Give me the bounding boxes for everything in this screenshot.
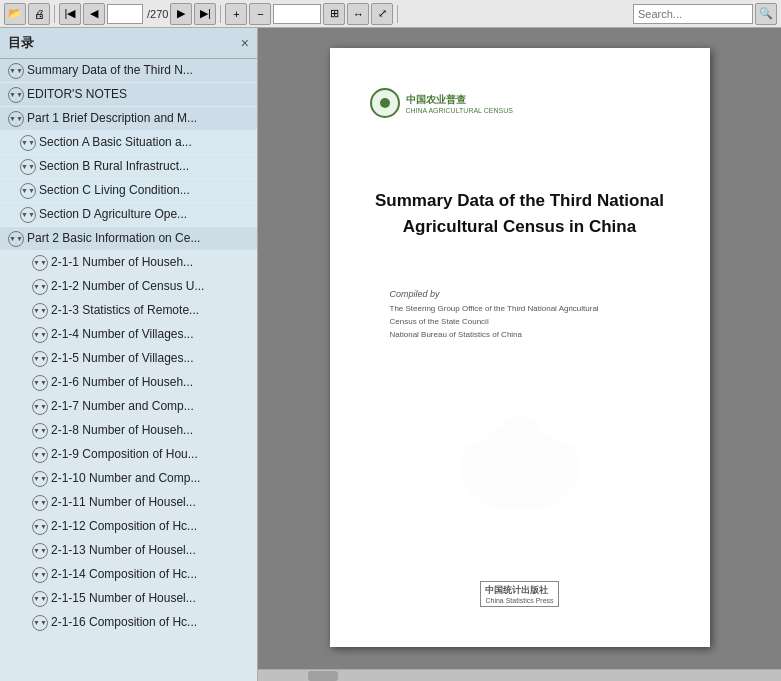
h-scroll-thumb[interactable] xyxy=(308,671,338,681)
toc-arrow-21: ▼ xyxy=(32,543,48,559)
toc-arrow-16: ▼ xyxy=(32,423,48,439)
svg-point-1 xyxy=(495,416,545,476)
svg-point-2 xyxy=(488,428,512,444)
bottom-logo-en: China Statistics Press xyxy=(485,597,553,604)
toc-item-11[interactable]: ▼2-1-3 Statistics of Remote... xyxy=(0,299,257,323)
toc-item-3[interactable]: ▼Part 1 Brief Description and M... xyxy=(0,107,257,131)
toc-arrow-11: ▼ xyxy=(32,303,48,319)
toc-label-6: Section C Living Condition... xyxy=(39,182,251,199)
toc-label-9: 2-1-1 Number of Househ... xyxy=(51,254,251,271)
toc-arrow-14: ▼ xyxy=(32,375,48,391)
toc-item-20[interactable]: ▼2-1-12 Composition of Hc... xyxy=(0,515,257,539)
toc-item-17[interactable]: ▼2-1-9 Composition of Hou... xyxy=(0,443,257,467)
toc-arrow-4: ▼ xyxy=(20,135,36,151)
toc-item-19[interactable]: ▼2-1-11 Number of Housel... xyxy=(0,491,257,515)
toc-label-17: 2-1-9 Composition of Hou... xyxy=(51,446,251,463)
toc-item-4[interactable]: ▼Section A Basic Situation a... xyxy=(0,131,257,155)
logo-line2: CHINA AGRICULTURAL CENSUS xyxy=(406,107,513,114)
open-button[interactable]: 📂 xyxy=(4,3,26,25)
logo-line1: 中国农业普查 xyxy=(406,93,513,107)
pdf-view[interactable]: 中国农业普查 CHINA AGRICULTURAL CENSUS Summary… xyxy=(258,28,781,681)
logo-text: 中国农业普查 CHINA AGRICULTURAL CENSUS xyxy=(406,93,513,114)
pdf-org-line3: National Bureau of Statistics of China xyxy=(390,329,599,342)
toc-arrow-5: ▼ xyxy=(20,159,36,175)
expand-button[interactable]: ⤢ xyxy=(371,3,393,25)
toc-arrow-6: ▼ xyxy=(20,183,36,199)
last-page-button[interactable]: ▶| xyxy=(194,3,216,25)
zoom-in-button[interactable]: + xyxy=(225,3,247,25)
toc-arrow-10: ▼ xyxy=(32,279,48,295)
toc-arrow-7: ▼ xyxy=(20,207,36,223)
pdf-bottom-logo: 中国统计出版社 China Statistics Press xyxy=(480,581,558,607)
toc-item-15[interactable]: ▼2-1-7 Number and Comp... xyxy=(0,395,257,419)
toc-arrow-1: ▼ xyxy=(8,63,24,79)
toc-item-13[interactable]: ▼2-1-5 Number of Villages... xyxy=(0,347,257,371)
next-page-button[interactable]: ▶ xyxy=(170,3,192,25)
toc-label-19: 2-1-11 Number of Housel... xyxy=(51,494,251,511)
sidebar: 目录 × ▼Summary Data of the Third N...▼EDI… xyxy=(0,28,258,681)
toc-item-6[interactable]: ▼Section C Living Condition... xyxy=(0,179,257,203)
pdf-title-area: Summary Data of the Third National Agric… xyxy=(375,188,664,239)
toc-arrow-12: ▼ xyxy=(32,327,48,343)
separator-2 xyxy=(220,5,221,23)
fit-width-button[interactable]: ↔ xyxy=(347,3,369,25)
toc-item-24[interactable]: ▼2-1-16 Composition of Hc... xyxy=(0,611,257,635)
toc-arrow-24: ▼ xyxy=(32,615,48,631)
toc-item-23[interactable]: ▼2-1-15 Number of Housel... xyxy=(0,587,257,611)
toc-label-4: Section A Basic Situation a... xyxy=(39,134,251,151)
bottom-logo-box: 中国统计出版社 China Statistics Press xyxy=(480,581,558,607)
prev-page-button[interactable]: ◀ xyxy=(83,3,105,25)
toc-arrow-22: ▼ xyxy=(32,567,48,583)
toc-label-5: Section B Rural Infrastruct... xyxy=(39,158,251,175)
fit-page-button[interactable]: ⊞ xyxy=(323,3,345,25)
print-button[interactable]: 🖨 xyxy=(28,3,50,25)
sidebar-content[interactable]: ▼Summary Data of the Third N...▼EDITOR'S… xyxy=(0,59,257,681)
sidebar-close-button[interactable]: × xyxy=(241,35,249,51)
toc-item-10[interactable]: ▼2-1-2 Number of Census U... xyxy=(0,275,257,299)
toc-item-14[interactable]: ▼2-1-6 Number of Househ... xyxy=(0,371,257,395)
toc-item-12[interactable]: ▼2-1-4 Number of Villages... xyxy=(0,323,257,347)
logo-inner xyxy=(380,98,390,108)
bottom-logo-cn: 中国统计出版社 xyxy=(485,584,553,597)
toc-label-12: 2-1-4 Number of Villages... xyxy=(51,326,251,343)
pdf-subtitle-area: Compiled by The Steering Group Office of… xyxy=(390,289,599,341)
toc-arrow-19: ▼ xyxy=(32,495,48,511)
zoom-out-button[interactable]: − xyxy=(249,3,271,25)
toc-arrow-8: ▼ xyxy=(8,231,24,247)
toc-arrow-9: ▼ xyxy=(32,255,48,271)
pdf-title-line2: Agricultural Census in China xyxy=(375,214,664,240)
search-input[interactable] xyxy=(633,4,753,24)
toc-arrow-20: ▼ xyxy=(32,519,48,535)
toc-arrow-23: ▼ xyxy=(32,591,48,607)
pdf-org-line2: Census of the State Council xyxy=(390,316,599,329)
pdf-logo: 中国农业普查 CHINA AGRICULTURAL CENSUS xyxy=(370,88,513,118)
toc-item-21[interactable]: ▼2-1-13 Number of Housel... xyxy=(0,539,257,563)
toc-item-22[interactable]: ▼2-1-14 Composition of Hc... xyxy=(0,563,257,587)
pdf-page: 中国农业普查 CHINA AGRICULTURAL CENSUS Summary… xyxy=(330,48,710,647)
toc-label-11: 2-1-3 Statistics of Remote... xyxy=(51,302,251,319)
toc-item-2[interactable]: ▼EDITOR'S NOTES xyxy=(0,83,257,107)
toc-label-10: 2-1-2 Number of Census U... xyxy=(51,278,251,295)
toc-arrow-2: ▼ xyxy=(8,87,24,103)
zoom-input[interactable]: 49% xyxy=(273,4,321,24)
pdf-org-line1: The Steering Group Office of the Third N… xyxy=(390,303,599,316)
search-button[interactable]: 🔍 xyxy=(755,3,777,25)
toc-item-1[interactable]: ▼Summary Data of the Third N... xyxy=(0,59,257,83)
first-page-button[interactable]: |◀ xyxy=(59,3,81,25)
toc-label-18: 2-1-10 Number and Comp... xyxy=(51,470,251,487)
pdf-compiled-by: Compiled by xyxy=(390,289,599,299)
toc-arrow-15: ▼ xyxy=(32,399,48,415)
toc-label-8: Part 2 Basic Information on Ce... xyxy=(27,230,251,247)
toc-label-16: 2-1-8 Number of Househ... xyxy=(51,422,251,439)
toc-label-24: 2-1-16 Composition of Hc... xyxy=(51,614,251,631)
toc-label-15: 2-1-7 Number and Comp... xyxy=(51,398,251,415)
page-number-input[interactable]: 1 xyxy=(107,4,143,24)
toc-item-5[interactable]: ▼Section B Rural Infrastruct... xyxy=(0,155,257,179)
toc-item-7[interactable]: ▼Section D Agriculture Ope... xyxy=(0,203,257,227)
toc-item-16[interactable]: ▼2-1-8 Number of Househ... xyxy=(0,419,257,443)
toc-item-9[interactable]: ▼2-1-1 Number of Househ... xyxy=(0,251,257,275)
toc-arrow-13: ▼ xyxy=(32,351,48,367)
toc-item-18[interactable]: ▼2-1-10 Number and Comp... xyxy=(0,467,257,491)
toc-item-8[interactable]: ▼Part 2 Basic Information on Ce... xyxy=(0,227,257,251)
toc-label-3: Part 1 Brief Description and M... xyxy=(27,110,251,127)
